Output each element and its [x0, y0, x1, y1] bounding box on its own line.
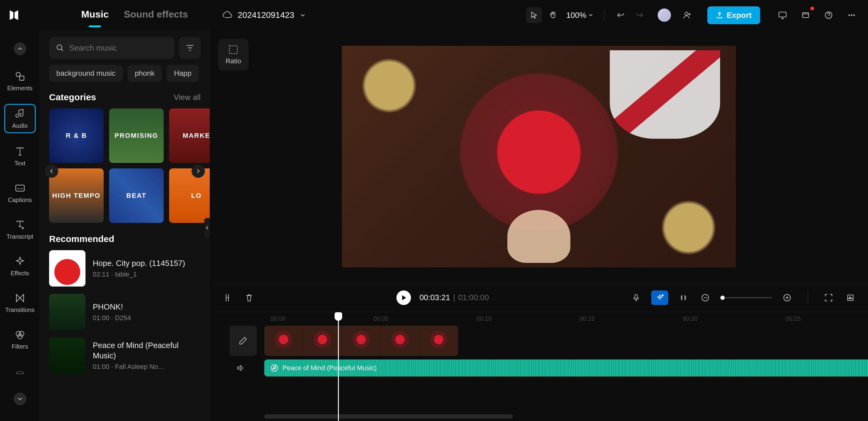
- track-meta: 01:00 · D254: [93, 314, 131, 322]
- audio-icon: [14, 108, 26, 119]
- notifications-button[interactable]: [798, 7, 813, 23]
- rail-text[interactable]: Text: [4, 142, 36, 170]
- delete-button[interactable]: [243, 291, 256, 304]
- preview-canvas[interactable]: [342, 46, 736, 267]
- header: Music Sound effects 202412091423 100%: [0, 0, 868, 30]
- rail-effects[interactable]: Effects: [4, 252, 36, 280]
- timeline-ruler[interactable]: 00:0000:0500:1000:1500:2000:25: [210, 312, 868, 326]
- chip[interactable]: background music: [49, 65, 123, 82]
- category-tile[interactable]: R & B: [49, 108, 104, 163]
- rail-filters[interactable]: Filters: [4, 326, 36, 353]
- recommended-title: Recommended: [49, 234, 114, 244]
- auto-captions-button[interactable]: [651, 290, 668, 305]
- media-tabs: Music Sound effects: [81, 9, 188, 22]
- rail-transitions[interactable]: Transitions: [4, 289, 36, 317]
- svg-rect-9: [16, 185, 24, 191]
- track-title: Peace of Mind (Peaceful Music): [93, 341, 200, 361]
- undo-button[interactable]: [613, 7, 628, 23]
- present-button[interactable]: [775, 7, 790, 23]
- ratio-button[interactable]: Ratio: [218, 39, 249, 70]
- zoom-out-button[interactable]: [699, 291, 712, 304]
- category-next[interactable]: [191, 164, 205, 178]
- category-prev[interactable]: [45, 164, 58, 178]
- rail-captions[interactable]: Captions: [4, 179, 36, 206]
- user-avatar[interactable]: [658, 8, 671, 22]
- panel-collapse[interactable]: [204, 218, 210, 237]
- rail-collapse-up[interactable]: [4, 39, 36, 58]
- audio-clip[interactable]: Peace of Mind (Peaceful Music): [264, 359, 868, 377]
- timeline[interactable]: 00:0000:0500:1000:1500:2000:25: [210, 312, 868, 421]
- project-name[interactable]: 202412091423: [238, 10, 294, 20]
- chevron-left-icon: [49, 168, 54, 174]
- track-title: PHONK!: [93, 302, 131, 312]
- snap-button[interactable]: [677, 291, 690, 304]
- svg-point-14: [57, 45, 62, 50]
- preview-zoom[interactable]: 100%: [566, 10, 593, 20]
- cloud-sync-icon[interactable]: [221, 10, 232, 21]
- invite-button[interactable]: [680, 7, 695, 23]
- export-button[interactable]: Export: [707, 6, 760, 24]
- filter-button[interactable]: [179, 37, 200, 59]
- rail-more-1[interactable]: [4, 362, 36, 380]
- fit-button[interactable]: [822, 291, 835, 304]
- track-item[interactable]: Hope. City pop. (1145157) 02:11 · table_…: [49, 250, 200, 287]
- edit-clip-button[interactable]: [229, 326, 257, 356]
- header-right-icons: [775, 7, 860, 23]
- zoom-in-button[interactable]: [780, 291, 794, 304]
- help-button[interactable]: [821, 7, 836, 23]
- header-tools: 100%: [526, 7, 647, 23]
- suggestion-chips: background music phonk Happ: [49, 65, 200, 82]
- track-meta: 02:11 · table_1: [93, 270, 185, 278]
- tab-sound-effects[interactable]: Sound effects: [124, 9, 188, 22]
- track-title: Hope. City pop. (1145157): [93, 258, 185, 269]
- video-track: [210, 326, 868, 356]
- chevron-down-icon[interactable]: [300, 12, 306, 18]
- redo-button[interactable]: [631, 7, 647, 23]
- timeline-scrollbar[interactable]: [264, 414, 513, 419]
- media-panel: background music phonk Happ Categories V…: [40, 30, 210, 421]
- chip[interactable]: phonk: [128, 65, 162, 82]
- app-logo[interactable]: [7, 8, 21, 22]
- rail-transcript[interactable]: Transcript: [4, 216, 36, 243]
- category-tile[interactable]: MARKE: [169, 108, 210, 163]
- svg-point-4: [848, 14, 850, 16]
- tab-music[interactable]: Music: [81, 9, 109, 22]
- track-item[interactable]: PHONK! 01:00 · D254: [49, 294, 200, 330]
- hand-tool[interactable]: [545, 7, 561, 23]
- play-icon: [400, 294, 407, 301]
- category-tile[interactable]: PROMISING: [109, 108, 164, 163]
- split-button[interactable]: [221, 291, 234, 304]
- chip[interactable]: Happ: [167, 65, 198, 82]
- center-area: Ratio 00:03:21: [210, 30, 868, 421]
- track-thumb: [49, 294, 86, 330]
- pointer-tool[interactable]: [526, 7, 542, 23]
- track-meta: 01:00 · Fall Asleep No…: [93, 363, 200, 371]
- timeline-zoom-slider[interactable]: [720, 297, 772, 298]
- rail-audio[interactable]: Audio: [4, 104, 36, 133]
- categories-view-all[interactable]: View all: [174, 93, 200, 102]
- rail-label: Effects: [10, 270, 29, 277]
- rail-collapse-down[interactable]: [4, 389, 36, 408]
- video-clip[interactable]: [264, 326, 458, 356]
- svg-point-12: [18, 334, 23, 339]
- play-button[interactable]: [396, 290, 411, 305]
- track-item[interactable]: Peace of Mind (Peaceful Music) 01:00 · F…: [49, 337, 200, 374]
- track-mute-button[interactable]: [234, 361, 247, 375]
- more-menu[interactable]: [844, 7, 860, 23]
- ratio-icon: [227, 44, 239, 56]
- playhead[interactable]: [338, 312, 339, 421]
- rail-keyboard[interactable]: [4, 417, 36, 421]
- elements-icon: [14, 71, 26, 82]
- left-rail: Elements Audio Text Captions Transcript …: [0, 30, 40, 421]
- chevron-right-icon: [195, 168, 201, 174]
- transcript-icon: [14, 219, 26, 230]
- track-thumb: [49, 250, 86, 287]
- category-tile[interactable]: HIGH TEMPO: [49, 168, 104, 223]
- category-tile[interactable]: LO: [169, 168, 210, 223]
- category-tile[interactable]: BEAT: [109, 168, 164, 223]
- expand-timeline-button[interactable]: [844, 291, 857, 304]
- rail-elements[interactable]: Elements: [4, 67, 36, 95]
- search-box[interactable]: [49, 37, 174, 59]
- search-input[interactable]: [69, 43, 167, 53]
- voiceover-button[interactable]: [629, 291, 643, 304]
